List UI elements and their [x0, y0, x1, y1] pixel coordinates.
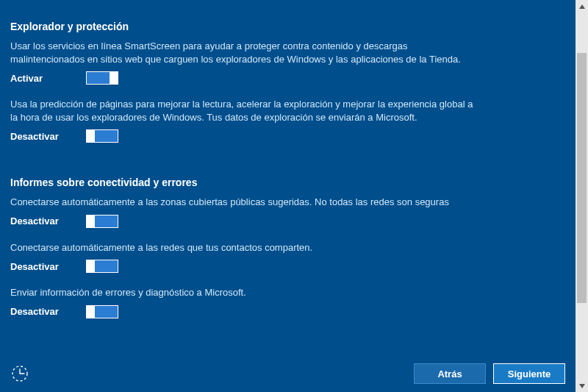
toggle-error-reporting[interactable] — [86, 305, 118, 318]
toggle-row: Desactivar — [10, 129, 555, 143]
toggle-open-hotspots[interactable] — [86, 215, 118, 228]
setting-desc: Conectarse automáticamente a las redes q… — [10, 241, 481, 254]
section-heading-connectivity: Informes sobre conectividad y errores — [10, 177, 555, 188]
next-button-label: Siguiente — [508, 368, 551, 379]
vertical-scrollbar[interactable] — [576, 0, 588, 392]
section-heading-browser: Explorador y protección — [10, 21, 555, 32]
back-button[interactable]: Atrás — [414, 363, 486, 384]
toggle-state-label: Desactivar — [10, 261, 58, 272]
toggle-row: Desactivar — [10, 305, 555, 318]
toggle-state-label: Activar — [10, 73, 58, 84]
toggle-row: Activar — [10, 71, 555, 85]
setting-desc: Enviar información de errores y diagnóst… — [10, 286, 481, 299]
toggle-row: Desactivar — [10, 260, 555, 273]
toggle-row: Desactivar — [10, 215, 555, 228]
footer-bar: Atrás Siguiente — [0, 355, 576, 392]
toggle-shared-networks[interactable] — [86, 260, 118, 273]
setting-desc: Usar los servicios en línea SmartScreen … — [10, 40, 481, 65]
ease-of-access-icon[interactable] — [10, 364, 29, 383]
settings-content: Explorador y protección Usar los servici… — [0, 0, 576, 355]
svg-marker-0 — [579, 4, 585, 9]
scrollbar-thumb[interactable] — [577, 53, 587, 303]
setting-desc: Conectarse automáticamente a las zonas c… — [10, 196, 481, 209]
toggle-page-prediction[interactable] — [86, 129, 118, 143]
scroll-up-arrow-icon[interactable] — [576, 0, 588, 13]
toggle-smartscreen[interactable] — [86, 71, 118, 85]
scroll-down-arrow-icon[interactable] — [576, 379, 588, 392]
toggle-state-label: Desactivar — [10, 131, 58, 142]
svg-marker-1 — [579, 384, 585, 388]
back-button-label: Atrás — [437, 368, 462, 379]
toggle-state-label: Desactivar — [10, 215, 58, 227]
toggle-state-label: Desactivar — [10, 306, 58, 317]
setting-desc: Usa la predicción de páginas para mejora… — [10, 98, 481, 124]
next-button[interactable]: Siguiente — [493, 363, 565, 384]
